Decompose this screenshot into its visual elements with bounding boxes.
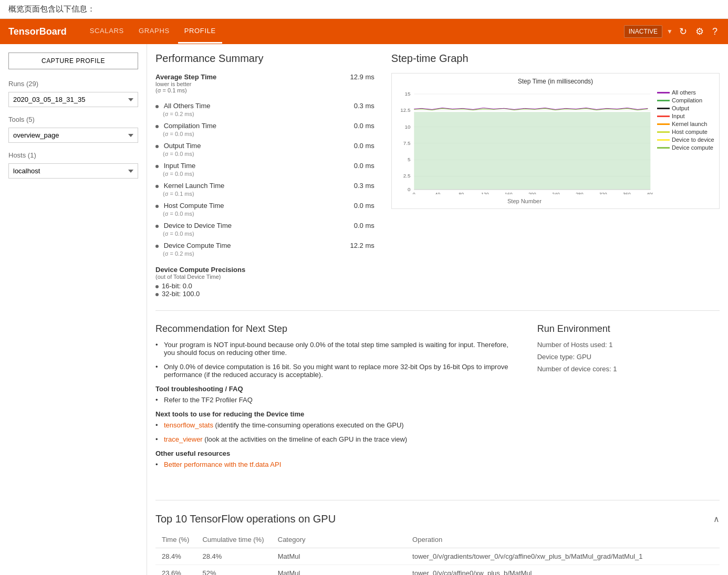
- perf-summary-title: Performance Summary: [155, 53, 375, 65]
- legend-color: [657, 100, 670, 101]
- svg-text:360: 360: [623, 192, 631, 194]
- refresh-icon[interactable]: ↻: [677, 24, 689, 39]
- metric-value: 0.3 ms: [343, 182, 375, 190]
- metric-label: Device to Device Time (σ = 0.0 ms): [155, 222, 343, 237]
- sidebar-hosts-label: Hosts (1): [8, 151, 138, 159]
- avg-step-section: Average Step Time lower is better (σ = 0…: [155, 73, 375, 93]
- run-env-row: Number of Hosts used: 1: [537, 341, 720, 349]
- dcp-items: 16-bit: 0.032-bit: 100.0: [155, 282, 375, 298]
- legend-color: [657, 92, 670, 93]
- tools-select[interactable]: overview_page: [8, 128, 138, 143]
- metric-value: 0.0 ms: [343, 142, 375, 150]
- svg-text:12.5: 12.5: [400, 107, 411, 113]
- run-env-row: Number of device cores: 1: [537, 365, 720, 373]
- legend-color: [657, 108, 670, 109]
- metric-row: Device to Device Time (σ = 0.0 ms) 0.0 m…: [155, 222, 375, 237]
- svg-text:5: 5: [408, 156, 411, 162]
- run-env-title: Run Environment: [537, 323, 720, 334]
- performance-summary: Performance Summary Average Step Time lo…: [155, 53, 375, 298]
- run-env-rows: Number of Hosts used: 1Device type: GPUN…: [537, 341, 720, 373]
- ops-table-body: 28.4% 28.4% MatMul tower_0/v/gradients/t…: [155, 548, 720, 576]
- toolbar-right: INACTIVE ▼ ↻ ⚙ ?: [624, 24, 720, 39]
- col-time-pct: Time (%): [155, 531, 196, 548]
- ops-table: Time (%) Cumulative time (%) Category Op…: [155, 531, 720, 575]
- page-header: 概览页面包含以下信息：: [0, 0, 728, 19]
- col-category: Category: [272, 531, 406, 548]
- legend-label: All others: [672, 89, 696, 96]
- tensorflow-stats-link[interactable]: tensorflow_stats: [164, 421, 213, 429]
- table-row: 28.4% 28.4% MatMul tower_0/v/gradients/t…: [155, 548, 720, 565]
- hosts-select[interactable]: localhost: [8, 163, 138, 179]
- svg-text:200: 200: [528, 192, 536, 194]
- cell-operation: tower_0/v/gradients/tower_0/v/cg/affine0…: [406, 548, 720, 565]
- legend-label: Output: [672, 105, 689, 111]
- metric-row: Kernel Launch Time (σ = 0.1 ms) 0.3 ms: [155, 182, 375, 197]
- chart-legend: All othersCompilationOutputInputKernel l…: [657, 89, 715, 204]
- chart-wrap: 15 12.5 10 7.5 5 2.5 0: [396, 89, 653, 204]
- avg-step-value: 12.9 ms: [350, 73, 375, 81]
- graph-area: 15 12.5 10 7.5 5 2.5 0: [396, 89, 715, 204]
- main-layout: CAPTURE PROFILE Runs (29) 2020_03_05_18_…: [0, 44, 728, 575]
- metric-value: 0.0 ms: [343, 202, 375, 210]
- legend-color: [657, 147, 670, 149]
- svg-rect-14: [414, 112, 650, 190]
- legend-item: Output: [657, 105, 715, 111]
- metric-row: Input Time (σ = 0.0 ms) 0.0 ms: [155, 162, 375, 177]
- next-tool-1: tensorflow_stats (identify the time-cons…: [155, 421, 521, 429]
- chart-svg: 15 12.5 10 7.5 5 2.5 0: [396, 89, 653, 194]
- legend-label: Device compute: [672, 144, 713, 151]
- collapse-button[interactable]: ∧: [713, 514, 720, 524]
- metric-row: All Others Time (σ = 0.2 ms) 0.3 ms: [155, 102, 375, 118]
- trace-viewer-link[interactable]: trace_viewer: [164, 435, 203, 443]
- legend-label: Device to device: [672, 137, 714, 143]
- rec-items: Your program is NOT input-bound because …: [155, 341, 521, 379]
- metric-label: Kernel Launch Time (σ = 0.1 ms): [155, 182, 343, 197]
- svg-text:7.5: 7.5: [403, 140, 411, 146]
- avg-step-sub: lower is better: [155, 81, 350, 87]
- help-icon[interactable]: ?: [710, 24, 720, 39]
- graph-container: Step Time (in milliseconds) 15 12.5 10 7…: [391, 73, 720, 209]
- runs-select[interactable]: 2020_03_05_18_31_35: [8, 92, 138, 107]
- metric-value: 0.0 ms: [343, 122, 375, 130]
- chart-title: Step Time (in milliseconds): [396, 78, 715, 85]
- cell-time-pct: 28.4%: [155, 548, 196, 565]
- tool-faq-title: Tool troubleshooting / FAQ: [155, 385, 521, 393]
- dcp-item: 32-bit: 100.0: [155, 290, 375, 298]
- middle-section: Recommendation for Next Step Your progra…: [155, 323, 720, 487]
- sidebar-hosts-section: Hosts (1) localhost: [8, 151, 138, 179]
- metric-row: Compilation Time (σ = 0.0 ms) 0.0 ms: [155, 122, 375, 138]
- settings-icon[interactable]: ⚙: [693, 24, 706, 39]
- tf-data-link-item: Better performance with the tf.data API: [155, 461, 521, 468]
- next-tool-2: trace_viewer (look at the activities on …: [155, 435, 521, 443]
- legend-label: Kernel launch: [672, 121, 707, 127]
- other-resources-title: Other useful resources: [155, 449, 521, 457]
- next-tools-title: Next tools to use for reducing the Devic…: [155, 410, 521, 418]
- metric-label: Input Time (σ = 0.0 ms): [155, 162, 343, 177]
- cell-cum-pct: 28.4%: [196, 548, 271, 565]
- legend-label: Compilation: [672, 97, 702, 103]
- table-title: Top 10 TensorFlow operations on GPU: [155, 513, 713, 525]
- table-section: Top 10 TensorFlow operations on GPU ∧ Ti…: [155, 513, 720, 575]
- nav-scalars[interactable]: SCALARS: [84, 19, 130, 44]
- metric-value: 0.0 ms: [343, 162, 375, 170]
- legend-label: Host compute: [672, 129, 708, 135]
- graph-title: Step-time Graph: [391, 53, 720, 65]
- legend-item: Input: [657, 113, 715, 119]
- legend-color: [657, 123, 670, 125]
- dcp-item: 16-bit: 0.0: [155, 282, 375, 290]
- metric-value: 0.3 ms: [343, 102, 375, 110]
- main-content: Performance Summary Average Step Time lo…: [147, 44, 728, 575]
- cell-operation: tower_0/v/cg/affine0/xw_plus_b/MatMul: [406, 565, 720, 576]
- sidebar-tools-section: Tools (5) overview_page: [8, 116, 138, 143]
- capture-profile-button[interactable]: CAPTURE PROFILE: [8, 53, 138, 69]
- svg-text:120: 120: [481, 192, 489, 194]
- svg-text:80: 80: [459, 192, 464, 194]
- metric-label: Device Compute Time (σ = 0.2 ms): [155, 242, 343, 257]
- tf-data-api-link[interactable]: Better performance with the tf.data API: [164, 461, 281, 468]
- nav-profile[interactable]: PROFILE: [178, 19, 222, 44]
- nav-graphs[interactable]: GRAPHS: [132, 19, 176, 44]
- sidebar-runs-section: Runs (29) 2020_03_05_18_31_35: [8, 80, 138, 107]
- table-row: 23.6% 52% MatMul tower_0/v/cg/affine0/xw…: [155, 565, 720, 576]
- legend-item: Kernel launch: [657, 121, 715, 127]
- metric-label: Compilation Time (σ = 0.0 ms): [155, 122, 343, 138]
